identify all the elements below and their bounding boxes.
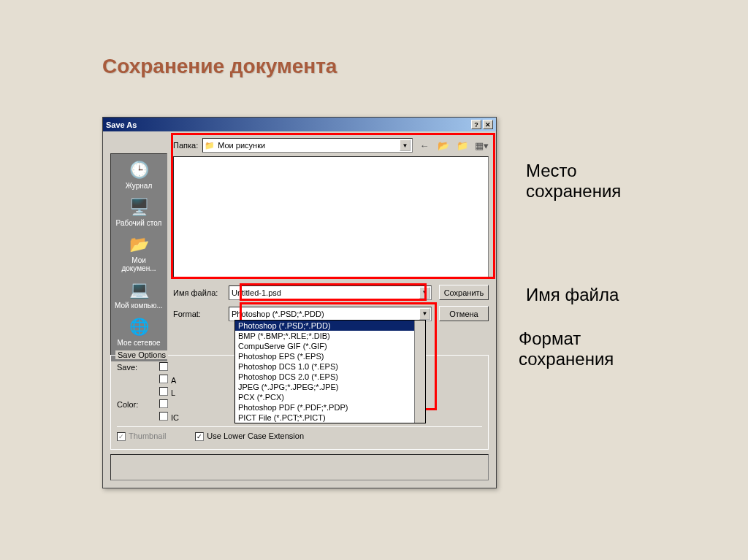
chevron-down-icon[interactable]: ▼	[419, 287, 430, 299]
lowercase-checkbox[interactable]: ✓	[195, 432, 204, 441]
checkbox[interactable]	[159, 412, 168, 421]
checkbox[interactable]	[159, 399, 168, 408]
info-panel	[110, 454, 489, 480]
format-option[interactable]: JPEG (*.JPG;*.JPEG;*.JPE)	[235, 382, 425, 392]
format-option[interactable]: Photoshop (*.PSD;*.PDD)	[235, 321, 425, 331]
annotation-location: Место сохранения	[526, 161, 672, 202]
up-folder-icon[interactable]: 📂	[436, 138, 451, 153]
format-option[interactable]: Photoshop PDF (*.PDF;*.PDP)	[235, 402, 425, 413]
place-desktop[interactable]: 🖥️ Рабочий стол	[112, 194, 165, 230]
slide-title: Сохранение документа	[102, 55, 337, 78]
save-row-label: Save:	[117, 363, 153, 372]
folder-value: Мои рисунки	[218, 141, 265, 150]
checkbox[interactable]	[159, 362, 168, 371]
filename-label: Имя файла:	[173, 288, 221, 297]
save-options-label: Save Options	[115, 350, 168, 359]
place-documents[interactable]: 📂 Мои докумен...	[112, 231, 165, 275]
places-bar: 🕒 Журнал 🖥️ Рабочий стол 📂 Мои докумен..…	[110, 153, 167, 361]
scrollbar[interactable]	[414, 321, 425, 423]
desktop-icon: 🖥️	[127, 197, 150, 218]
save-button[interactable]: Сохранить	[439, 285, 489, 300]
titlebar: Save As ? ✕	[103, 118, 496, 131]
format-label: Format:	[173, 310, 221, 318]
computer-icon: 💻	[127, 280, 150, 300]
place-computer[interactable]: 💻 Мой компью...	[112, 277, 165, 312]
back-icon[interactable]: ←	[417, 138, 432, 153]
cancel-button[interactable]: Отмена	[439, 306, 489, 321]
save-as-dialog: Save As ? ✕ Папка: 📁 Мои рисунки ▼ ← 📂 📁…	[102, 117, 497, 488]
format-dropdown[interactable]: Photoshop (*.PSD;*.PDD) ▼	[229, 307, 432, 321]
annotation-filename: Имя файла	[526, 285, 619, 305]
history-icon: 🕒	[127, 160, 150, 180]
dialog-title: Save As	[106, 120, 137, 129]
chevron-down-icon[interactable]: ▼	[419, 308, 430, 320]
checkbox[interactable]	[159, 387, 168, 396]
checkbox[interactable]	[159, 375, 168, 383]
folder-dropdown[interactable]: 📁 Мои рисунки ▼	[202, 138, 413, 153]
folder-label: Папка:	[173, 141, 198, 150]
documents-icon: 📂	[127, 234, 150, 255]
new-folder-icon[interactable]: 📁	[455, 138, 470, 153]
format-dropdown-list[interactable]: Photoshop (*.PSD;*.PDD) BMP (*.BMP;*.RLE…	[234, 320, 426, 423]
annotation-format: Формат сохранения	[519, 329, 665, 369]
format-option[interactable]: BMP (*.BMP;*.RLE;*.DIB)	[235, 331, 425, 341]
thumbnail-checkbox[interactable]: ✓	[117, 432, 126, 441]
format-option[interactable]: Photoshop DCS 2.0 (*.EPS)	[235, 372, 425, 382]
chevron-down-icon[interactable]: ▼	[400, 139, 411, 151]
close-button[interactable]: ✕	[483, 120, 493, 129]
format-option[interactable]: PICT File (*.PCT;*.PICT)	[235, 413, 425, 423]
filename-input[interactable]: Untitled-1.psd ▼	[229, 285, 432, 300]
color-row-label: Color:	[117, 400, 153, 409]
place-history[interactable]: 🕒 Журнал	[112, 157, 165, 193]
format-option[interactable]: Photoshop DCS 1.0 (*.EPS)	[235, 361, 425, 372]
format-option[interactable]: Photoshop EPS (*.EPS)	[235, 351, 425, 361]
network-icon: 🌐	[127, 317, 150, 337]
format-option[interactable]: PCX (*.PCX)	[235, 392, 425, 402]
help-button[interactable]: ?	[471, 120, 481, 129]
format-option[interactable]: CompuServe GIF (*.GIF)	[235, 341, 425, 351]
file-list-area[interactable]	[173, 156, 489, 279]
folder-icon: 📁	[205, 141, 215, 150]
view-menu-icon[interactable]: ▦▾	[474, 138, 489, 153]
